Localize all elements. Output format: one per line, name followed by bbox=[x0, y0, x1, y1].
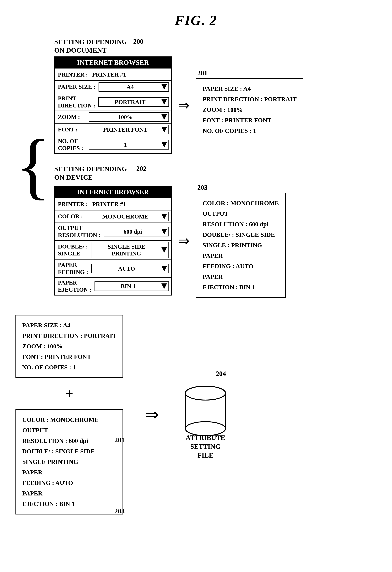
panel2-row5-dropdown[interactable]: BIN 1 bbox=[95, 281, 169, 291]
result2-line4: PAPER FEEDING : AUTO bbox=[202, 251, 279, 271]
bottom-ref2-label: 203 bbox=[114, 507, 125, 515]
panel1-row4-label: FONT : bbox=[55, 125, 89, 135]
result1-box: PAPER SIZE : A4 PRINT DIRECTION : PORTRA… bbox=[196, 78, 303, 141]
dropdown-arrow-icon bbox=[161, 142, 167, 147]
panel1-row3-label: ZOOM : bbox=[55, 112, 89, 122]
bottom-result1-box: PAPER SIZE : A4 PRINT DIRECTION : PORTRA… bbox=[16, 315, 123, 378]
panel1-row1-label: PAPER SIZE : bbox=[55, 82, 98, 92]
panel2-row-4: PAPER FEEDING : AUTO bbox=[55, 259, 171, 277]
panel2-row3-label: DOUBLE/ : SINGLE bbox=[55, 241, 91, 259]
panel2-section: SETTING DEPENDING ON DEVICE 202 INTERNET… bbox=[54, 165, 376, 298]
panel1-ref: 200 bbox=[133, 38, 143, 46]
result2-ref: 203 bbox=[197, 184, 207, 191]
dropdown-arrow-icon bbox=[161, 266, 167, 271]
panel2-box: INTERNET BROWSER PRINTER : PRINTER #1 CO… bbox=[54, 186, 172, 296]
panel2-row5-label: PAPER EJECTION : bbox=[55, 278, 94, 295]
result2-line3: DOUBLE/ : SINGLE SIDE SINGLE : PRINTING bbox=[202, 229, 279, 251]
panel1-row5-dropdown[interactable]: 1 bbox=[89, 140, 169, 150]
panel1-row2-label: PRINT DIRECTION : bbox=[55, 93, 98, 111]
b-r1-line4: FONT : PRINTER FONT bbox=[22, 352, 116, 362]
figure-title: FIG. 2 bbox=[16, 12, 376, 28]
result2-group: 203 COLOR : MONOCHROME OUTPUT RESOLUTION… bbox=[196, 184, 286, 298]
panel2-ref: 202 bbox=[136, 165, 147, 173]
b-r1-line5: NO. OF COPIES : 1 bbox=[22, 362, 116, 373]
bottom-arrow: ⇒ bbox=[145, 405, 159, 425]
result1-line1: PAPER SIZE : A4 bbox=[202, 83, 296, 94]
dropdown-arrow-icon bbox=[161, 114, 167, 120]
b-r2-line5: PAPER EJECTION : BIN 1 bbox=[22, 488, 116, 509]
panel1-row-2: PRINT DIRECTION : PORTRAIT bbox=[55, 93, 171, 111]
panel2-row2-label: OUTPUT RESOLUTION : bbox=[55, 223, 104, 240]
result2-line2: OUTPUT RESOLUTION : 600 dpi bbox=[202, 208, 279, 229]
dropdown-arrow-icon bbox=[161, 99, 167, 105]
b-r2-line4: PAPER FEEDING : AUTO bbox=[22, 467, 116, 488]
bottom-ref1-label: 201 bbox=[114, 436, 125, 444]
bottom-result2-box: COLOR : MONOCHROME OUTPUT RESOLUTION : 6… bbox=[16, 409, 123, 514]
panel2-row-1: COLOR : MONOCHROME bbox=[55, 210, 171, 222]
result2-box: COLOR : MONOCHROME OUTPUT RESOLUTION : 6… bbox=[196, 193, 286, 298]
panel2-row-2: OUTPUT RESOLUTION : 600 dpi bbox=[55, 222, 171, 240]
dropdown-arrow-icon bbox=[161, 214, 167, 219]
plus-sign: + bbox=[16, 386, 123, 402]
page: FIG. 2 { SETTING DEPENDING ON DOCUMENT 2… bbox=[0, 0, 392, 572]
panel2-label-row: SETTING DEPENDING ON DEVICE 202 bbox=[54, 165, 376, 182]
panel1-row-0: PRINTER : PRINTER #1 bbox=[55, 68, 171, 80]
result2-line5: PAPER EJECTION : BIN 1 bbox=[202, 271, 279, 293]
arrow2: ⇒ bbox=[178, 233, 190, 249]
panel1-row-4: FONT : PRINTER FONT bbox=[55, 123, 171, 136]
panel1-label-row: SETTING DEPENDING ON DOCUMENT 200 bbox=[54, 38, 376, 55]
panel1-row-1: PAPER SIZE : A4 bbox=[55, 80, 171, 93]
panels-group: { SETTING DEPENDING ON DOCUMENT 200 INTE… bbox=[16, 38, 376, 298]
panel2-row3-dropdown[interactable]: SINGLE SIDE PRINTING bbox=[91, 242, 169, 258]
panel1-row-3: ZOOM : 100% bbox=[55, 111, 171, 123]
panel1-row3-dropdown[interactable]: 100% bbox=[89, 112, 169, 122]
panel1-label: SETTING DEPENDING ON DOCUMENT bbox=[54, 38, 127, 55]
panel2-row-0: PRINTER : PRINTER #1 bbox=[55, 198, 171, 210]
database-cylinder-icon bbox=[181, 381, 230, 436]
result1-line2: PRINT DIRECTION : PORTRAIT bbox=[202, 94, 296, 105]
panel2-row1-dropdown[interactable]: MONOCHROME bbox=[89, 212, 169, 221]
bottom-section: PAPER SIZE : A4 PRINT DIRECTION : PORTRA… bbox=[16, 315, 376, 514]
panel1-row-5: NO. OF COPIES : 1 bbox=[55, 136, 171, 153]
panel2-row-3: DOUBLE/ : SINGLE SINGLE SIDE PRINTING bbox=[55, 240, 171, 259]
b-r2-line1: COLOR : MONOCHROME bbox=[22, 414, 116, 425]
panel2-printer: PRINTER : PRINTER #1 bbox=[55, 199, 171, 209]
b-r1-line3: ZOOM : 100% bbox=[22, 341, 116, 352]
db-group: 204 ATTRIBUTE SETTING FILE bbox=[181, 370, 230, 460]
result2-line1: COLOR : MONOCHROME bbox=[202, 198, 279, 208]
panel2-row2-dropdown[interactable]: 600 dpi bbox=[104, 227, 169, 237]
dropdown-arrow-icon bbox=[161, 229, 167, 234]
result1-line4: FONT : PRINTER FONT bbox=[202, 115, 296, 126]
panel1-header: INTERNET BROWSER bbox=[55, 57, 171, 68]
panel1-printer: PRINTER : PRINTER #1 bbox=[55, 70, 171, 79]
svg-rect-5 bbox=[186, 393, 225, 400]
b-r1-line2: PRINT DIRECTION : PORTRAIT bbox=[22, 331, 116, 341]
diagram-area: { SETTING DEPENDING ON DOCUMENT 200 INTE… bbox=[16, 38, 376, 514]
dropdown-arrow-icon bbox=[161, 247, 167, 253]
curly-brace: { bbox=[16, 38, 51, 298]
db-ref: 204 bbox=[216, 370, 226, 378]
panel2-flow: INTERNET BROWSER PRINTER : PRINTER #1 CO… bbox=[54, 184, 376, 298]
b-r2-line2: OUTPUT RESOLUTION : 600 dpi bbox=[22, 425, 116, 446]
panel2-row4-dropdown[interactable]: AUTO bbox=[91, 264, 169, 273]
panel1-row5-label: NO. OF COPIES : bbox=[55, 136, 89, 153]
panel1-section: SETTING DEPENDING ON DOCUMENT 200 INTERN… bbox=[54, 38, 376, 154]
b-r1-line1: PAPER SIZE : A4 bbox=[22, 320, 116, 331]
bottom-left-col: PAPER SIZE : A4 PRINT DIRECTION : PORTRA… bbox=[16, 315, 123, 514]
panel2-row4-label: PAPER FEEDING : bbox=[55, 260, 91, 277]
panel1-row4-dropdown[interactable]: PRINTER FONT bbox=[89, 125, 169, 134]
result1-line5: NO. OF COPIES : 1 bbox=[202, 126, 296, 136]
bottom-result1-group: PAPER SIZE : A4 PRINT DIRECTION : PORTRA… bbox=[16, 315, 123, 378]
bottom-result2-group: COLOR : MONOCHROME OUTPUT RESOLUTION : 6… bbox=[16, 409, 123, 514]
panel1-row1-dropdown[interactable]: A4 bbox=[98, 82, 169, 92]
panel1-row2-dropdown[interactable]: PORTRAIT bbox=[98, 97, 169, 107]
panel2-row-5: PAPER EJECTION : BIN 1 bbox=[55, 277, 171, 295]
dropdown-arrow-icon bbox=[161, 127, 167, 132]
result1-ref: 201 bbox=[197, 69, 207, 77]
db-label: ATTRIBUTE SETTING FILE bbox=[186, 433, 225, 460]
panel2-header: INTERNET BROWSER bbox=[55, 187, 171, 198]
panel1-flow: INTERNET BROWSER PRINTER : PRINTER #1 PA… bbox=[54, 56, 376, 154]
panels-column: SETTING DEPENDING ON DOCUMENT 200 INTERN… bbox=[54, 38, 376, 298]
arrow1: ⇒ bbox=[178, 97, 190, 113]
result1-line3: ZOOM : 100% bbox=[202, 105, 296, 115]
